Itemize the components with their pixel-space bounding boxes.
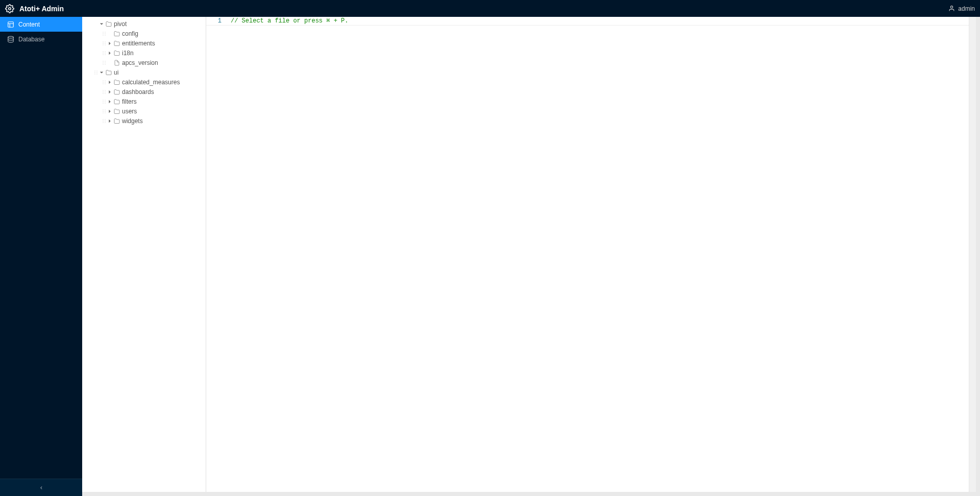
svg-point-33 (96, 74, 97, 75)
folder-icon (113, 89, 121, 95)
sidebar-item-content[interactable]: Content (0, 17, 82, 32)
svg-point-36 (103, 82, 104, 83)
svg-point-19 (105, 53, 106, 54)
sidebar-menu: Content Database (0, 17, 82, 46)
tree-node-label: i18n (122, 50, 134, 57)
svg-point-54 (103, 111, 104, 112)
svg-point-10 (103, 41, 104, 42)
svg-point-40 (103, 90, 104, 91)
svg-point-56 (103, 112, 104, 113)
drag-handle-icon[interactable] (102, 119, 107, 124)
svg-point-7 (105, 33, 106, 34)
svg-point-42 (103, 91, 104, 92)
svg-point-12 (103, 43, 104, 44)
sidebar-item-label: Database (18, 36, 44, 43)
caret-down-icon[interactable] (99, 70, 105, 75)
sidebar-collapse-button[interactable] (0, 479, 82, 496)
caret-down-icon[interactable] (99, 22, 105, 26)
svg-point-13 (105, 43, 106, 44)
editor-panel[interactable]: 1 // Select a file or press ⌘ + P. (206, 17, 976, 492)
topbar-left: Atoti+ Admin (5, 4, 64, 13)
svg-point-31 (96, 72, 97, 73)
caret-right-icon[interactable] (107, 100, 113, 104)
caret-right-icon[interactable] (107, 41, 113, 45)
svg-point-17 (105, 51, 106, 52)
drag-handle-icon[interactable] (102, 41, 107, 46)
tree-node-ui[interactable]: ui (82, 67, 206, 77)
drag-handle-icon[interactable] (93, 70, 99, 75)
svg-point-37 (105, 82, 106, 83)
svg-point-62 (103, 122, 104, 123)
topbar: Atoti+ Admin admin (0, 0, 980, 17)
drag-handle-icon[interactable] (102, 109, 107, 114)
tree-node-users[interactable]: users (82, 106, 206, 116)
folder-icon (113, 118, 121, 124)
svg-point-58 (103, 119, 104, 120)
svg-point-28 (94, 70, 95, 72)
tree-node-label: filters (122, 98, 137, 105)
caret-right-icon[interactable] (107, 119, 113, 123)
file-tree-panel[interactable]: pivotconfigentitlementsi18napcs_versionu… (82, 17, 206, 492)
tree-node-label: config (122, 30, 138, 37)
svg-point-11 (105, 41, 106, 42)
svg-point-41 (105, 90, 106, 91)
svg-point-61 (105, 121, 106, 122)
svg-point-25 (105, 62, 106, 63)
main-panel: pivotconfigentitlementsi18napcs_versionu… (82, 17, 980, 496)
tree-node-filters[interactable]: filters (82, 97, 206, 106)
drag-handle-icon[interactable] (102, 89, 107, 95)
svg-point-3 (8, 36, 14, 38)
svg-point-51 (105, 103, 106, 104)
folder-icon (113, 79, 121, 85)
tree-node-apcs_version[interactable]: apcs_version (82, 58, 206, 67)
tree-node-label: apcs_version (122, 59, 158, 66)
svg-point-9 (105, 35, 106, 36)
tree-node-entitlements[interactable]: entitlements (82, 38, 206, 48)
app-title: Atoti+ Admin (19, 5, 64, 13)
svg-point-29 (96, 70, 97, 72)
user-icon (948, 5, 955, 12)
svg-point-32 (94, 74, 95, 75)
tree-node-config[interactable]: config (82, 29, 206, 38)
content-icon (7, 21, 14, 28)
caret-right-icon[interactable] (107, 80, 113, 84)
svg-point-16 (103, 51, 104, 52)
caret-right-icon[interactable] (107, 90, 113, 94)
caret-right-icon[interactable] (107, 51, 113, 55)
svg-point-44 (103, 93, 104, 94)
user-name: admin (958, 5, 975, 12)
caret-right-icon[interactable] (107, 109, 113, 113)
svg-point-26 (103, 64, 104, 65)
drag-handle-icon[interactable] (102, 60, 107, 65)
svg-point-35 (105, 80, 106, 81)
drag-handle-icon[interactable] (102, 80, 107, 85)
tree-node-widgets[interactable]: widgets (82, 116, 206, 126)
svg-point-15 (105, 44, 106, 45)
svg-point-39 (105, 83, 106, 84)
svg-point-14 (103, 44, 104, 45)
tree-node-dashboards[interactable]: dashboards (82, 87, 206, 97)
tree-node-i18n[interactable]: i18n (82, 48, 206, 58)
svg-point-4 (103, 32, 104, 33)
chevron-left-icon (39, 485, 44, 490)
svg-point-20 (103, 54, 104, 55)
user-menu[interactable]: admin (948, 5, 975, 12)
tree-node-calculated_measures[interactable]: calculated_measures (82, 77, 206, 87)
svg-point-21 (105, 54, 106, 55)
sidebar-item-label: Content (18, 21, 40, 28)
content-area: Content Database pivotc (0, 17, 980, 496)
drag-handle-icon[interactable] (102, 51, 107, 56)
tree-node-pivot[interactable]: pivot (82, 19, 206, 29)
svg-point-52 (103, 109, 104, 110)
sidebar-item-database[interactable]: Database (0, 32, 82, 46)
tree-node-label: dashboards (122, 88, 154, 96)
folder-icon (113, 31, 121, 37)
drag-handle-icon[interactable] (102, 31, 107, 36)
drag-handle-icon[interactable] (102, 99, 107, 104)
svg-point-22 (103, 61, 104, 62)
folder-icon (113, 40, 121, 46)
svg-point-47 (105, 100, 106, 101)
svg-point-45 (105, 93, 106, 94)
file-icon (113, 60, 121, 66)
svg-point-38 (103, 83, 104, 84)
